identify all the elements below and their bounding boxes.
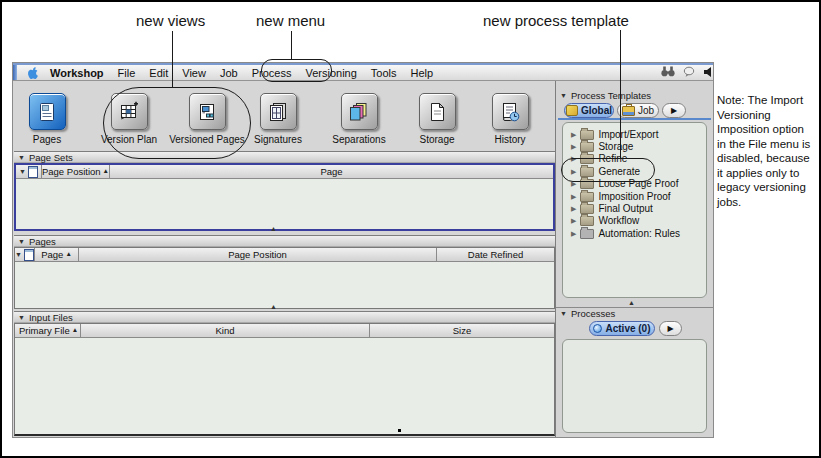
- tool-label: Signatures: [239, 134, 317, 145]
- column-page-position[interactable]: Page Position: [79, 248, 437, 261]
- global-templates-icon: [566, 105, 578, 116]
- pages-view-button[interactable]: [29, 93, 66, 130]
- folder-icon: [580, 192, 594, 202]
- tab-active-processes[interactable]: Active (0): [589, 321, 655, 336]
- splitter-caret-icon[interactable]: ▲: [270, 303, 277, 310]
- template-group-import-export[interactable]: ▶Import/Export: [563, 128, 706, 140]
- disclosure-triangle-icon[interactable]: ▶: [571, 131, 576, 138]
- annotation-new-views: new views: [136, 12, 205, 29]
- template-group-final-output[interactable]: ▶Final Output: [563, 202, 706, 214]
- tool-label: Pages: [8, 134, 86, 145]
- collapse-triangle-icon[interactable]: ▼: [560, 310, 567, 317]
- column-date-refined[interactable]: Date Refined: [437, 248, 554, 261]
- disclosure-triangle-icon[interactable]: ▶: [571, 205, 576, 212]
- folder-icon: [580, 130, 594, 140]
- collapse-triangle-icon[interactable]: ▼: [560, 92, 567, 99]
- resize-dot[interactable]: [398, 429, 401, 432]
- disclosure-triangle-icon[interactable]: ▶: [571, 193, 576, 200]
- job-view-pane: Pages Version Plan Versioned Pages: [14, 81, 555, 437]
- collapse-triangle-icon[interactable]: ▼: [18, 238, 25, 245]
- side-note: Note: The Import Versioning Imposition o…: [717, 93, 815, 209]
- column-primary-file[interactable]: Primary File ▲: [15, 324, 81, 337]
- pages-filter-header[interactable]: ▼: [15, 248, 35, 261]
- column-page-position[interactable]: Page Position ▲: [42, 165, 110, 178]
- tab-rule: [558, 118, 711, 120]
- tab-job[interactable]: Job: [617, 103, 659, 118]
- separations-icon: [348, 101, 370, 123]
- page-sets-table[interactable]: ▼ Page Position ▲ Page: [14, 163, 555, 231]
- tool-label: Storage: [398, 134, 476, 145]
- annotation-oval-generate-template: [561, 158, 655, 182]
- column-page[interactable]: Page: [110, 165, 553, 178]
- annotation-line-new-process-template: [620, 30, 621, 158]
- rules-icon: [580, 229, 594, 239]
- filter-triangle-icon[interactable]: ▼: [15, 251, 22, 258]
- panel-title: Process Templates: [571, 90, 651, 101]
- menu-file[interactable]: File: [111, 67, 143, 79]
- history-view-button[interactable]: [492, 93, 529, 130]
- page-sets-header[interactable]: ▼ Page Sets: [14, 151, 555, 163]
- separations-view-button[interactable]: [341, 93, 378, 130]
- pages-table[interactable]: ▼ Page ▲ Page Position Date Refined: [14, 247, 555, 309]
- process-templates-header[interactable]: ▼ Process Templates: [556, 89, 713, 101]
- panel-title: Processes: [571, 308, 615, 319]
- processes-overflow-button[interactable]: ▶: [659, 321, 682, 336]
- column-kind[interactable]: Kind: [81, 324, 370, 337]
- template-group-imposition-proof[interactable]: ▶Imposition Proof: [563, 190, 706, 202]
- disclosure-triangle-icon[interactable]: ▶: [571, 230, 576, 237]
- annotation-line-new-menu: [291, 31, 292, 59]
- storage-view-button[interactable]: [419, 93, 456, 130]
- column-page[interactable]: Page ▲: [35, 248, 79, 261]
- menu-tools[interactable]: Tools: [364, 67, 404, 79]
- panel-title: Page Sets: [29, 152, 73, 163]
- folder-icon: [580, 204, 594, 214]
- pages-header[interactable]: ▼ Pages: [14, 235, 555, 247]
- menu-view[interactable]: View: [175, 67, 213, 79]
- sort-ascending-icon: ▲: [72, 327, 78, 334]
- annotation-new-process-template: new process template: [483, 12, 629, 29]
- menu-edit[interactable]: Edit: [142, 67, 175, 79]
- signatures-icon: [267, 101, 289, 123]
- column-size[interactable]: Size: [370, 324, 554, 337]
- apple-menu-icon[interactable]: [27, 66, 39, 80]
- disclosure-triangle-icon[interactable]: ▶: [571, 143, 576, 150]
- volume-icon[interactable]: [703, 66, 713, 80]
- menu-help[interactable]: Help: [404, 67, 441, 79]
- job-templates-icon: [622, 106, 635, 116]
- find-icon[interactable]: [661, 66, 675, 79]
- panel-title: Pages: [29, 236, 56, 247]
- processes-list[interactable]: [562, 339, 707, 433]
- annotation-oval-new-view-buttons: [103, 87, 251, 159]
- folder-icon: [580, 216, 594, 226]
- disclosure-triangle-icon[interactable]: ▶: [571, 217, 576, 224]
- tab-global[interactable]: Global: [564, 103, 614, 118]
- tab-overflow-button[interactable]: ▶: [662, 103, 686, 118]
- page-set-doc-icon: [28, 166, 38, 178]
- input-files-table[interactable]: Primary File ▲ Kind Size: [14, 323, 555, 436]
- chat-icon[interactable]: [683, 66, 695, 80]
- process-templates-tree: ▶Import/Export ▶Storage ▶Refine ▶Generat…: [562, 122, 707, 298]
- process-sidebar: ▼ Process Templates Global Job ▶ ▶Import…: [555, 81, 713, 437]
- signatures-view-button[interactable]: [260, 93, 297, 130]
- active-process-icon: [593, 324, 602, 333]
- splitter-caret-icon[interactable]: ▲: [628, 299, 635, 306]
- template-group-storage[interactable]: ▶Storage: [563, 140, 706, 152]
- window-edge-accent: [13, 65, 17, 80]
- menu-workshop[interactable]: Workshop: [43, 67, 111, 79]
- input-files-header[interactable]: ▼ Input Files: [14, 311, 555, 323]
- pages-table-header: ▼ Page ▲ Page Position Date Refined: [15, 248, 554, 262]
- collapse-triangle-icon[interactable]: ▼: [18, 154, 25, 161]
- sort-ascending-icon: ▲: [103, 168, 109, 175]
- filter-triangle-icon[interactable]: ▼: [19, 168, 26, 175]
- history-icon: [499, 101, 521, 123]
- processes-header[interactable]: ▼ Processes: [556, 307, 713, 319]
- splitter-caret-icon[interactable]: ▲: [270, 225, 277, 232]
- template-group-automation-rules[interactable]: ▶Automation: Rules: [563, 227, 706, 239]
- page-doc-icon: [24, 249, 34, 261]
- view-toolbar: Pages Version Plan Versioned Pages: [14, 81, 555, 151]
- input-files-table-header: Primary File ▲ Kind Size: [15, 324, 554, 338]
- template-group-workflow[interactable]: ▶Workflow: [563, 215, 706, 227]
- collapse-triangle-icon[interactable]: ▼: [18, 314, 25, 321]
- page-sets-filter-header[interactable]: ▼: [16, 165, 42, 178]
- menu-job[interactable]: Job: [213, 67, 245, 79]
